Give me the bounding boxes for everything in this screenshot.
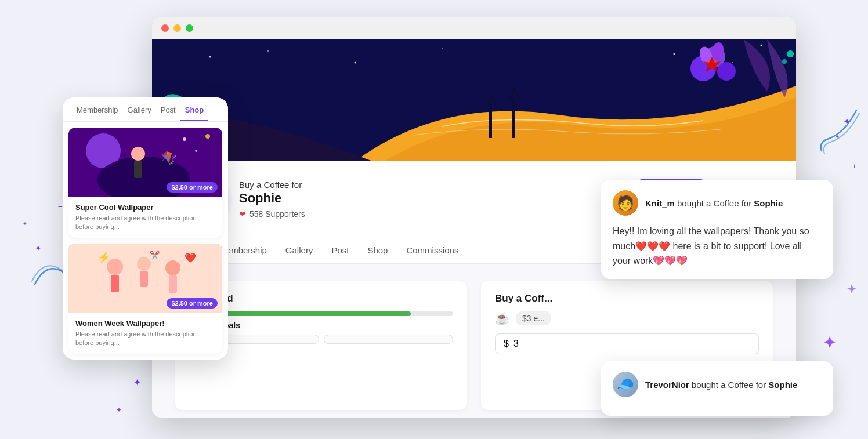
notif-message-1: Hey!! Im loving all the wallpapers! Than… (613, 224, 822, 269)
mobile-tab-post[interactable]: Post (156, 106, 180, 121)
close-button[interactable] (161, 24, 169, 32)
product-image-2: ⚡ ❤️ ✂️ $2.50 or more (68, 244, 222, 313)
svg-point-15 (787, 50, 794, 57)
svg-point-34 (131, 147, 145, 161)
price-input[interactable]: $ 3 (495, 333, 759, 354)
product-price-1: $2.50 or more (167, 182, 218, 193)
svg-rect-17 (489, 103, 492, 138)
svg-rect-46 (169, 275, 177, 293)
dollar-sign: $ (504, 339, 509, 349)
notif-action-2: bought a Coffee for (692, 380, 768, 390)
svg-rect-44 (140, 271, 148, 287)
svg-rect-42 (111, 275, 119, 292)
svg-rect-35 (134, 161, 142, 178)
svg-point-1 (209, 56, 211, 58)
tab-shop[interactable]: Shop (367, 237, 388, 263)
svg-rect-20 (512, 97, 515, 138)
tab-commissions[interactable]: Commissions (406, 237, 458, 263)
maximize-button[interactable] (186, 24, 193, 32)
deco-star-8: ✦ (116, 406, 122, 414)
notif-target-2: Sophie (768, 380, 797, 390)
mobile-tab-gallery[interactable]: Gallery (123, 106, 156, 121)
mobile-tab-shop[interactable]: Shop (180, 106, 209, 121)
notification-card-1: 🧑 Knit_m bought a Coffee for Sophie Hey!… (601, 180, 833, 279)
goal-title: New iPad (189, 293, 453, 304)
notif-target-1: Sophie (754, 198, 783, 208)
coffee-options: ☕ $3 e... (495, 311, 759, 325)
product-card-2[interactable]: ⚡ ❤️ ✂️ $2.50 or more Women Week Wallpap… (68, 244, 222, 354)
price-tag: $3 e... (516, 311, 551, 325)
product-desc-2: Please read and agree with the descripti… (75, 330, 215, 348)
supporters-badge: ❤ 558 Supporters (239, 209, 305, 219)
tab-post[interactable]: Post (331, 237, 349, 263)
svg-text:✂️: ✂️ (150, 251, 160, 260)
goal-input-2 (324, 335, 454, 344)
svg-point-7 (761, 45, 762, 46)
product-image-1: 🪁 $2.50 or more (68, 128, 222, 197)
svg-text:🪁: 🪁 (161, 150, 178, 166)
amount: 3 (513, 339, 519, 349)
notif-avatar-1: 🧑 (613, 190, 638, 216)
svg-point-43 (137, 257, 151, 271)
svg-point-37 (195, 150, 197, 152)
mobile-tab-membership[interactable]: Membership (72, 106, 123, 121)
mobile-card: Membership Gallery Post Shop 🪁 $2.50 or … (63, 97, 228, 360)
notif-header-1: 🧑 Knit_m bought a Coffee for Sophie (613, 190, 822, 216)
product-price-2: $2.50 or more (167, 298, 218, 309)
supporters-count: 558 Supporters (249, 209, 305, 219)
deco-star-2: + (23, 220, 27, 227)
browser-titlebar (152, 17, 796, 39)
deco-star-3: + (58, 203, 62, 211)
coffee-card-title: Buy a Coff... (495, 293, 759, 304)
profile-name: Sophie (239, 191, 305, 206)
coffee-icon-sm: ☕ (495, 311, 509, 325)
notif-avatar-2: 🧢 (613, 372, 638, 397)
deco-diamond-3 (847, 284, 856, 293)
product-info-1: Super Cool Wallpaper Please read and agr… (68, 197, 222, 238)
svg-point-11 (717, 62, 736, 81)
profile-tagline: Buy a Coffee for (239, 180, 305, 190)
notif-user-strong-2: TrevorNior (645, 380, 689, 390)
product-name-2: Women Week Wallpaper! (75, 319, 215, 328)
progress-bar (189, 311, 453, 316)
svg-point-45 (165, 260, 180, 275)
heart-icon: ❤ (239, 209, 246, 219)
notif-header-2: 🧢 TrevorNior bought a Coffee for Sophie (613, 372, 822, 397)
goal-meta: 84% of Goals (189, 321, 453, 330)
notification-card-2: 🧢 TrevorNior bought a Coffee for Sophie (601, 361, 833, 416)
svg-point-2 (267, 50, 269, 52)
profile-info: Buy a Coffee for Sophie ❤ 558 Supporters (239, 180, 305, 219)
svg-point-5 (674, 53, 675, 55)
product-info-2: Women Week Wallpaper! Please read and ag… (68, 313, 222, 354)
notif-action-1: bought a Coffee for (677, 198, 754, 208)
mobile-tabs: Membership Gallery Post Shop (63, 97, 228, 122)
hero-banner (152, 39, 796, 161)
notif-username-2: TrevorNior bought a Coffee for Sophie (645, 380, 797, 390)
svg-point-36 (183, 137, 186, 141)
svg-text:❤️: ❤️ (185, 252, 196, 263)
deco-star-6: + (852, 162, 856, 170)
tab-gallery[interactable]: Gallery (285, 237, 313, 263)
product-card-1[interactable]: 🪁 $2.50 or more Super Cool Wallpaper Ple… (68, 128, 222, 238)
product-name-1: Super Cool Wallpaper (75, 203, 215, 212)
svg-text:⚡: ⚡ (97, 251, 111, 264)
deco-diamond-2 (824, 336, 836, 348)
svg-point-38 (205, 134, 210, 139)
notif-user-strong-1: Knit_m (645, 198, 675, 208)
svg-point-4 (442, 48, 443, 49)
deco-swirl-right (816, 104, 862, 162)
deco-star-7: ✦ (133, 377, 141, 388)
svg-point-3 (355, 62, 356, 64)
notif-username-1: Knit_m bought a Coffee for Sophie (645, 198, 783, 208)
minimize-button[interactable] (173, 24, 181, 32)
svg-point-6 (732, 62, 733, 63)
svg-point-16 (782, 59, 787, 64)
input-row (189, 335, 453, 344)
product-desc-1: Please read and agree with the descripti… (75, 214, 215, 232)
